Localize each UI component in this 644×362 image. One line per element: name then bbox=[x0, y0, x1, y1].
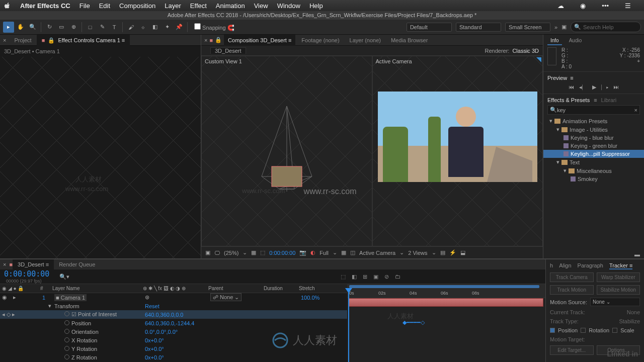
tab-libraries[interactable]: Librari bbox=[601, 97, 617, 103]
resolution-combo[interactable]: Full bbox=[319, 250, 329, 256]
views-chevron-icon[interactable]: ⌄ bbox=[432, 249, 436, 256]
scale-checkbox[interactable] bbox=[612, 328, 617, 333]
effects-search[interactable]: 🔍 × bbox=[547, 105, 640, 115]
panel-menu-icon[interactable]: ▬ bbox=[543, 250, 644, 258]
monitor-icon[interactable]: 🖵 bbox=[214, 250, 220, 256]
prop-row-z-rotation[interactable]: Z Rotation0x+0.0° bbox=[0, 353, 347, 361]
tab-project[interactable]: Project bbox=[9, 35, 36, 46]
camera-combo[interactable]: Active Camera bbox=[359, 250, 395, 256]
shape-tool[interactable]: □ bbox=[85, 22, 96, 33]
renderer-value[interactable]: Classic 3D bbox=[512, 48, 539, 54]
playhead[interactable] bbox=[348, 289, 349, 362]
puppet-tool[interactable]: 📌 bbox=[174, 22, 185, 33]
clear-search-icon[interactable]: × bbox=[634, 107, 637, 113]
layer-bar-camera[interactable] bbox=[348, 298, 543, 307]
rotation-checkbox[interactable] bbox=[581, 328, 586, 333]
time-ruler[interactable]: 0s 02s 04s 06s 08s bbox=[347, 289, 545, 298]
camera-tool[interactable]: ▭ bbox=[56, 22, 67, 33]
brush-tool[interactable]: 🖌 bbox=[125, 22, 136, 33]
parent-value[interactable]: None bbox=[220, 294, 233, 300]
stretch-value[interactable]: 100.0% bbox=[301, 295, 319, 301]
keyframe-marker[interactable]: ◆━━━━◇ bbox=[403, 319, 425, 326]
type-tool[interactable]: T bbox=[109, 22, 120, 33]
ep-item-keying-green-blur[interactable]: Keying - green blur bbox=[543, 142, 644, 150]
tl-tab-comp[interactable]: 3D_Desert ≡ bbox=[13, 259, 54, 269]
orbit-tool[interactable]: ↻ bbox=[44, 22, 55, 33]
tab-media-browser[interactable]: Media Browser bbox=[387, 37, 432, 43]
effects-search-input[interactable] bbox=[557, 107, 634, 113]
transform-group[interactable]: ▾ Transform Reset bbox=[0, 302, 347, 310]
tl-icon[interactable]: ▣ bbox=[373, 274, 378, 280]
timeline-icon[interactable]: ⬓ bbox=[460, 249, 465, 256]
stabilize-motion-button[interactable]: Stabilize Motion bbox=[597, 285, 640, 295]
grid-icon[interactable]: ▦ bbox=[341, 249, 346, 256]
tl-icon[interactable]: ⊞ bbox=[363, 274, 367, 280]
workspace-standard[interactable]: Standard bbox=[456, 23, 501, 32]
cc-user-icon[interactable]: ◉ bbox=[580, 2, 586, 10]
close-tab-icon[interactable]: × bbox=[0, 37, 9, 43]
menu-animation[interactable]: Animation bbox=[216, 2, 245, 10]
clone-tool[interactable]: ⟐ bbox=[137, 22, 148, 33]
ep-item-smokey[interactable]: Smokey bbox=[543, 175, 644, 183]
layer-row-camera[interactable]: ◉ ▸ 1 ■ Camera 1 ⊛ ☍ None ⌄ 100.0% bbox=[0, 293, 347, 302]
close-tab-icon[interactable]: × bbox=[204, 37, 207, 43]
views-combo[interactable]: 2 Views bbox=[408, 250, 427, 256]
ep-item-image-utilities[interactable]: ▾Image - Utilities bbox=[543, 125, 644, 134]
apple-icon[interactable] bbox=[4, 2, 11, 10]
lock-icon[interactable]: 🔒 bbox=[48, 37, 55, 43]
channel-icon[interactable]: ◐ bbox=[310, 249, 315, 256]
tab-info[interactable]: Info bbox=[547, 37, 562, 45]
close-tab-icon[interactable]: × bbox=[0, 261, 9, 267]
prev-frame-icon[interactable]: ◂⎸ bbox=[579, 84, 587, 90]
menu-window[interactable]: Window bbox=[277, 2, 300, 10]
warp-stabilizer-button[interactable]: Warp Stabilizer bbox=[597, 273, 640, 282]
region-icon[interactable]: ⬚ bbox=[260, 249, 265, 256]
tl-search-icon[interactable]: 🔍▾ bbox=[59, 274, 69, 280]
next-frame-icon[interactable]: ⎸▸ bbox=[601, 84, 608, 90]
menu-composition[interactable]: Composition bbox=[119, 2, 155, 10]
cc-sync-icon[interactable]: ☁ bbox=[557, 2, 564, 10]
workspace-small[interactable]: Small Screen bbox=[505, 23, 550, 32]
prop-row-point-of-interest[interactable]: ◂ ◇ ▸☑ Point of Interest640.0,360.0,0.0 bbox=[0, 310, 347, 319]
ep-item-miscellaneous[interactable]: ▾Miscellaneous bbox=[543, 166, 644, 175]
workspace-reset-icon[interactable]: ▣ bbox=[561, 24, 567, 30]
reset-link[interactable]: Reset bbox=[145, 303, 159, 309]
selection-tool[interactable]: ▸ bbox=[3, 22, 14, 33]
menu-list-icon[interactable]: ☰ bbox=[625, 2, 631, 10]
magnify-icon[interactable]: ▣ bbox=[205, 249, 210, 256]
ep-item-keyligh-pill-suppressor[interactable]: Keyligh...pill Suppressor bbox=[543, 150, 644, 158]
menu-view[interactable]: View bbox=[254, 2, 268, 10]
tl-icon[interactable]: ⬚ bbox=[341, 274, 346, 280]
zoom-combo[interactable]: (25%) bbox=[224, 250, 238, 256]
prop-row-position[interactable]: Position640.0,360.0,-1244.4 bbox=[0, 319, 347, 327]
viewport-right[interactable]: Active Camera bbox=[372, 56, 543, 246]
ep-item-animation-presets[interactable]: ▾Animation Presets bbox=[543, 117, 644, 125]
tab-tracker[interactable]: Tracker ≡ bbox=[609, 262, 632, 269]
res-chevron-icon[interactable]: ⌄ bbox=[333, 249, 337, 256]
tab-composition[interactable]: Composition 3D_Desert ≡ bbox=[224, 35, 295, 46]
lock-icon[interactable]: 🔒 bbox=[215, 37, 222, 43]
viewport-left[interactable]: Custom View 1 www.rr-sc.com www.rr-sc.co… bbox=[201, 56, 372, 246]
workspace-default[interactable]: Default bbox=[407, 23, 452, 32]
resolution-icon[interactable]: ▦ bbox=[251, 249, 256, 256]
current-time[interactable]: 0:00:00:00 bbox=[269, 250, 295, 256]
menu-effect[interactable]: Effect bbox=[190, 2, 207, 10]
snapshot-icon[interactable]: 📷 bbox=[299, 249, 306, 256]
menu-more-icon[interactable]: ••• bbox=[602, 2, 609, 10]
motion-source-select[interactable]: None ⌄ bbox=[590, 298, 640, 306]
eraser-tool[interactable]: ◧ bbox=[149, 22, 160, 33]
subtab-3d-desert[interactable]: 3D_Desert bbox=[210, 47, 246, 54]
fast-preview-icon[interactable]: ⚡ bbox=[449, 249, 456, 256]
pen-tool[interactable]: ✎ bbox=[97, 22, 108, 33]
ep-item-keying-blue-blur[interactable]: Keying - blue blur bbox=[543, 134, 644, 142]
menu-help[interactable]: Help bbox=[309, 2, 323, 10]
pixel-aspect-icon[interactable]: ▤ bbox=[440, 249, 445, 256]
pan-behind-tool[interactable]: ⊕ bbox=[68, 22, 79, 33]
hand-tool[interactable]: ✋ bbox=[15, 22, 26, 33]
snapping-checkbox[interactable] bbox=[194, 23, 201, 30]
position-checkbox[interactable] bbox=[550, 328, 555, 333]
tl-icon[interactable]: ◧ bbox=[352, 274, 357, 280]
tl-icon[interactable]: ⊘ bbox=[384, 274, 389, 280]
track-motion-button[interactable]: Track Motion bbox=[550, 285, 594, 295]
menu-layer[interactable]: Layer bbox=[165, 2, 181, 10]
